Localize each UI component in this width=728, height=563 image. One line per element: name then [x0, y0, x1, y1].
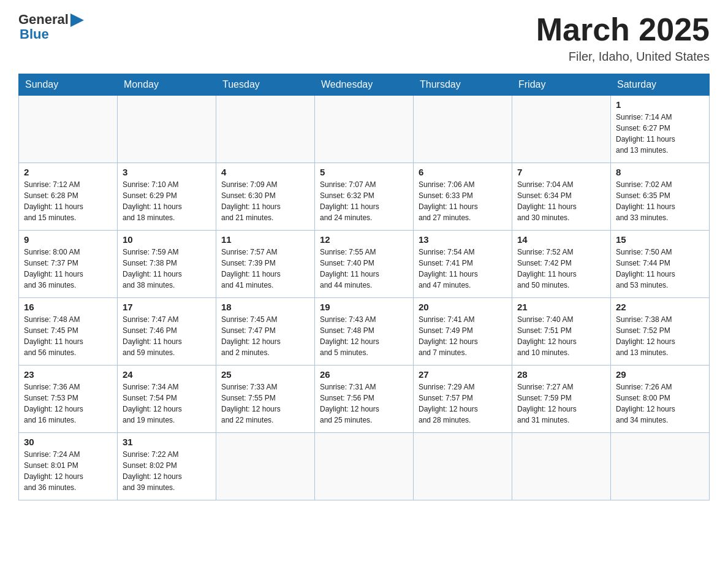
- calendar-cell: 6Sunrise: 7:06 AM Sunset: 6:33 PM Daylig…: [414, 163, 512, 231]
- calendar-cell: [611, 433, 710, 500]
- calendar-cell: 3Sunrise: 7:10 AM Sunset: 6:29 PM Daylig…: [118, 163, 216, 231]
- day-number: 21: [517, 302, 605, 312]
- day-number: 5: [320, 167, 408, 177]
- calendar-cell: 15Sunrise: 7:50 AM Sunset: 7:44 PM Dayli…: [611, 231, 710, 298]
- day-info: Sunrise: 7:38 AM Sunset: 7:52 PM Dayligh…: [616, 314, 704, 358]
- day-header-sunday: Sunday: [19, 74, 118, 96]
- calendar-cell: 20Sunrise: 7:41 AM Sunset: 7:49 PM Dayli…: [414, 298, 512, 366]
- calendar-cell: [512, 433, 611, 500]
- day-number: 20: [419, 302, 507, 312]
- day-number: 4: [221, 167, 309, 177]
- calendar-cell: 2Sunrise: 7:12 AM Sunset: 6:28 PM Daylig…: [19, 163, 118, 231]
- calendar-cell: [512, 96, 611, 163]
- calendar-cell: 16Sunrise: 7:48 AM Sunset: 7:45 PM Dayli…: [19, 298, 118, 366]
- calendar-cell: [414, 96, 512, 163]
- day-info: Sunrise: 7:09 AM Sunset: 6:30 PM Dayligh…: [221, 179, 309, 223]
- day-info: Sunrise: 7:45 AM Sunset: 7:47 PM Dayligh…: [221, 314, 309, 358]
- day-info: Sunrise: 7:26 AM Sunset: 8:00 PM Dayligh…: [616, 381, 704, 426]
- day-info: Sunrise: 7:54 AM Sunset: 7:41 PM Dayligh…: [419, 247, 507, 291]
- day-number: 25: [221, 369, 309, 380]
- day-info: Sunrise: 7:02 AM Sunset: 6:35 PM Dayligh…: [616, 179, 704, 223]
- title-block: March 2025 Filer, Idaho, United States: [536, 12, 710, 64]
- day-info: Sunrise: 7:14 AM Sunset: 6:27 PM Dayligh…: [616, 112, 704, 156]
- calendar-cell: 31Sunrise: 7:22 AM Sunset: 8:02 PM Dayli…: [118, 433, 216, 500]
- day-number: 17: [123, 302, 211, 312]
- calendar-cell: 8Sunrise: 7:02 AM Sunset: 6:35 PM Daylig…: [611, 163, 710, 231]
- day-number: 28: [517, 369, 605, 380]
- calendar-cell: 12Sunrise: 7:55 AM Sunset: 7:40 PM Dayli…: [315, 231, 414, 298]
- day-number: 15: [616, 234, 704, 245]
- calendar-week-row: 2Sunrise: 7:12 AM Sunset: 6:28 PM Daylig…: [19, 163, 710, 231]
- day-header-thursday: Thursday: [414, 74, 512, 96]
- calendar-week-row: 1Sunrise: 7:14 AM Sunset: 6:27 PM Daylig…: [19, 96, 710, 163]
- day-info: Sunrise: 7:04 AM Sunset: 6:34 PM Dayligh…: [517, 179, 605, 223]
- day-number: 3: [123, 167, 211, 177]
- day-number: 23: [24, 369, 112, 380]
- day-number: 2: [24, 167, 112, 177]
- calendar-cell: [118, 96, 216, 163]
- day-number: 1: [616, 99, 704, 110]
- day-info: Sunrise: 7:50 AM Sunset: 7:44 PM Dayligh…: [616, 247, 704, 291]
- day-header-wednesday: Wednesday: [315, 74, 414, 96]
- day-number: 16: [24, 302, 112, 312]
- logo-general-text: General: [18, 12, 69, 27]
- day-number: 12: [320, 234, 408, 245]
- calendar-cell: 30Sunrise: 7:24 AM Sunset: 8:01 PM Dayli…: [19, 433, 118, 500]
- calendar-cell: 1Sunrise: 7:14 AM Sunset: 6:27 PM Daylig…: [611, 96, 710, 163]
- day-number: 13: [419, 234, 507, 245]
- day-header-friday: Friday: [512, 74, 611, 96]
- day-info: Sunrise: 7:29 AM Sunset: 7:57 PM Dayligh…: [419, 381, 507, 426]
- day-info: Sunrise: 7:24 AM Sunset: 8:01 PM Dayligh…: [24, 449, 112, 493]
- day-number: 8: [616, 167, 704, 177]
- calendar-cell: 17Sunrise: 7:47 AM Sunset: 7:46 PM Dayli…: [118, 298, 216, 366]
- calendar-cell: 9Sunrise: 8:00 AM Sunset: 7:37 PM Daylig…: [19, 231, 118, 298]
- calendar-week-row: 16Sunrise: 7:48 AM Sunset: 7:45 PM Dayli…: [19, 298, 710, 366]
- day-info: Sunrise: 7:31 AM Sunset: 7:56 PM Dayligh…: [320, 381, 408, 426]
- day-info: Sunrise: 7:27 AM Sunset: 7:59 PM Dayligh…: [517, 381, 605, 426]
- calendar-cell: 22Sunrise: 7:38 AM Sunset: 7:52 PM Dayli…: [611, 298, 710, 366]
- day-number: 19: [320, 302, 408, 312]
- day-number: 9: [24, 234, 112, 245]
- day-number: 18: [221, 302, 309, 312]
- month-title: March 2025: [536, 12, 710, 47]
- day-info: Sunrise: 7:22 AM Sunset: 8:02 PM Dayligh…: [123, 449, 211, 493]
- day-number: 11: [221, 234, 309, 245]
- day-number: 7: [517, 167, 605, 177]
- calendar-cell: [216, 96, 315, 163]
- day-info: Sunrise: 7:59 AM Sunset: 7:38 PM Dayligh…: [123, 247, 211, 291]
- calendar-cell: 23Sunrise: 7:36 AM Sunset: 7:53 PM Dayli…: [19, 366, 118, 433]
- calendar-cell: [19, 96, 118, 163]
- day-number: 26: [320, 369, 408, 380]
- day-info: Sunrise: 7:47 AM Sunset: 7:46 PM Dayligh…: [123, 314, 211, 358]
- calendar-cell: [414, 433, 512, 500]
- day-number: 30: [24, 437, 112, 447]
- calendar-cell: 24Sunrise: 7:34 AM Sunset: 7:54 PM Dayli…: [118, 366, 216, 433]
- calendar-header-row: SundayMondayTuesdayWednesdayThursdayFrid…: [19, 74, 710, 96]
- calendar-cell: 7Sunrise: 7:04 AM Sunset: 6:34 PM Daylig…: [512, 163, 611, 231]
- day-info: Sunrise: 7:43 AM Sunset: 7:48 PM Dayligh…: [320, 314, 408, 358]
- calendar-cell: [315, 96, 414, 163]
- calendar-cell: [216, 433, 315, 500]
- calendar-week-row: 23Sunrise: 7:36 AM Sunset: 7:53 PM Dayli…: [19, 366, 710, 433]
- calendar-week-row: 9Sunrise: 8:00 AM Sunset: 7:37 PM Daylig…: [19, 231, 710, 298]
- day-number: 22: [616, 302, 704, 312]
- day-info: Sunrise: 7:12 AM Sunset: 6:28 PM Dayligh…: [24, 179, 112, 223]
- day-info: Sunrise: 7:33 AM Sunset: 7:55 PM Dayligh…: [221, 381, 309, 426]
- day-info: Sunrise: 7:48 AM Sunset: 7:45 PM Dayligh…: [24, 314, 112, 358]
- calendar-cell: 14Sunrise: 7:52 AM Sunset: 7:42 PM Dayli…: [512, 231, 611, 298]
- calendar-cell: 28Sunrise: 7:27 AM Sunset: 7:59 PM Dayli…: [512, 366, 611, 433]
- day-info: Sunrise: 7:34 AM Sunset: 7:54 PM Dayligh…: [123, 381, 211, 426]
- logo-arrow-icon: [70, 13, 84, 27]
- page-header: General Blue March 2025 Filer, Idaho, Un…: [18, 12, 710, 64]
- calendar-cell: 18Sunrise: 7:45 AM Sunset: 7:47 PM Dayli…: [216, 298, 315, 366]
- day-header-monday: Monday: [118, 74, 216, 96]
- day-info: Sunrise: 7:55 AM Sunset: 7:40 PM Dayligh…: [320, 247, 408, 291]
- location-title: Filer, Idaho, United States: [536, 50, 710, 64]
- day-info: Sunrise: 7:41 AM Sunset: 7:49 PM Dayligh…: [419, 314, 507, 358]
- calendar-cell: 25Sunrise: 7:33 AM Sunset: 7:55 PM Dayli…: [216, 366, 315, 433]
- calendar-cell: 5Sunrise: 7:07 AM Sunset: 6:32 PM Daylig…: [315, 163, 414, 231]
- calendar-cell: 26Sunrise: 7:31 AM Sunset: 7:56 PM Dayli…: [315, 366, 414, 433]
- logo: General Blue: [18, 12, 84, 42]
- calendar-week-row: 30Sunrise: 7:24 AM Sunset: 8:01 PM Dayli…: [19, 433, 710, 500]
- calendar-cell: [315, 433, 414, 500]
